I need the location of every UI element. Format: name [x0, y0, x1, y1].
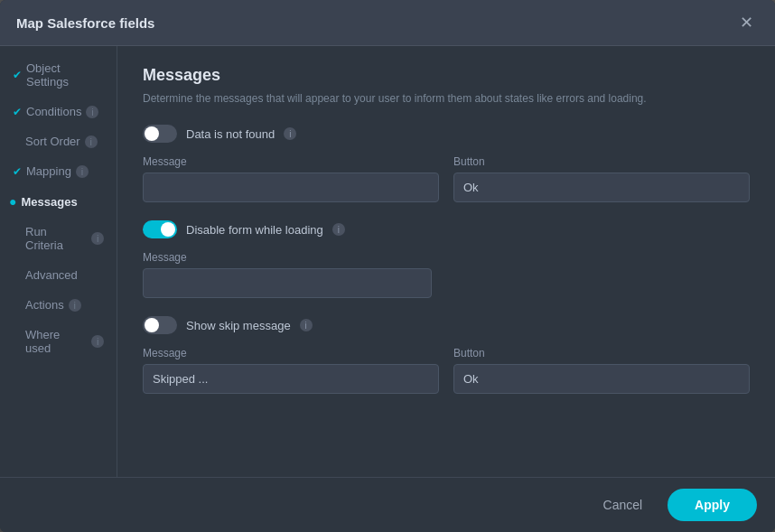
bullet-icon: ● — [9, 194, 16, 209]
sidebar-item-sort-order[interactable]: Sort Order i — [0, 126, 117, 156]
data-not-found-label: Data is not found — [186, 127, 275, 141]
check-icon: ✔ — [13, 69, 22, 81]
data-not-found-fields: Message Button — [143, 155, 750, 202]
sidebar-item-label: Conditions — [26, 105, 81, 118]
info-icon: i — [300, 319, 313, 331]
data-not-found-toggle[interactable] — [143, 125, 177, 143]
sidebar-item-label: Advanced — [25, 268, 78, 282]
info-icon: i — [86, 106, 98, 118]
modal-title: Map Salesforce fields — [16, 15, 154, 31]
info-icon: i — [284, 127, 296, 140]
sidebar-item-label: Mapping — [26, 164, 71, 178]
show-skip-message-group: Message — [143, 347, 439, 394]
sidebar-item-where-used[interactable]: Where used i — [0, 320, 117, 363]
main-content: Messages Determine the messages that wil… — [117, 46, 775, 477]
message-label: Message — [143, 347, 439, 359]
sidebar-item-messages[interactable]: ● Messages — [0, 186, 117, 217]
section-title: Messages — [143, 66, 750, 85]
data-not-found-message-group: Message — [143, 155, 439, 202]
modal-footer: Cancel Apply — [0, 477, 775, 532]
sidebar-item-advanced[interactable]: Advanced — [0, 260, 117, 290]
sidebar-item-actions[interactable]: Actions i — [0, 290, 117, 320]
sidebar-item-run-criteria[interactable]: Run Criteria i — [0, 217, 117, 260]
show-skip-label: Show skip message — [186, 319, 291, 332]
info-icon: i — [69, 299, 81, 312]
sidebar-item-label: Messages — [21, 195, 77, 209]
show-skip-toggle-row: Show skip message i — [143, 316, 750, 334]
modal-body: ✔ Object Settings ✔ Conditions i Sort Or… — [0, 46, 775, 477]
disable-form-toggle[interactable] — [143, 220, 177, 238]
data-not-found-button-group: Button — [453, 155, 750, 202]
disable-form-label: Disable form while loading — [186, 223, 323, 237]
sidebar-item-mapping[interactable]: ✔ Mapping i — [0, 156, 117, 186]
info-icon: i — [91, 232, 104, 245]
sidebar-item-label: Run Criteria — [25, 225, 87, 252]
message-label: Message — [143, 155, 439, 168]
info-icon: i — [91, 335, 104, 348]
disable-form-message-input[interactable] — [143, 268, 432, 298]
message-label: Message — [143, 251, 432, 264]
sidebar-item-conditions[interactable]: ✔ Conditions i — [0, 97, 117, 126]
close-button[interactable]: ✕ — [734, 13, 759, 33]
disable-form-toggle-row: Disable form while loading i — [143, 220, 750, 238]
sidebar-item-object-settings[interactable]: ✔ Object Settings — [0, 53, 117, 97]
button-label: Button — [453, 347, 750, 359]
data-not-found-toggle-row: Data is not found i — [143, 125, 750, 143]
modal: Map Salesforce fields ✕ ✔ Object Setting… — [0, 0, 775, 532]
cancel-button[interactable]: Cancel — [589, 490, 658, 519]
sidebar-item-label: Object Settings — [26, 61, 104, 89]
check-icon: ✔ — [13, 165, 22, 178]
info-icon: i — [76, 165, 89, 178]
sidebar-item-label: Where used — [25, 328, 87, 355]
button-label: Button — [453, 155, 750, 168]
sidebar-item-label: Sort Order — [25, 135, 80, 148]
disable-form-fields: Message — [143, 251, 750, 298]
show-skip-button-group: Button — [453, 347, 750, 394]
show-skip-toggle[interactable] — [143, 316, 177, 334]
sidebar: ✔ Object Settings ✔ Conditions i Sort Or… — [0, 46, 117, 477]
show-skip-button-input[interactable] — [453, 364, 750, 394]
data-not-found-message-input[interactable] — [143, 173, 439, 202]
show-skip-fields: Message Button — [143, 347, 750, 394]
section-desc: Determine the messages that will appear … — [143, 90, 750, 107]
apply-button[interactable]: Apply — [668, 489, 757, 521]
check-icon: ✔ — [13, 106, 22, 118]
sidebar-item-label: Actions — [25, 298, 64, 312]
disable-form-message-group: Message — [143, 251, 432, 298]
modal-header: Map Salesforce fields ✕ — [0, 0, 775, 46]
info-icon: i — [332, 223, 345, 236]
data-not-found-button-input[interactable] — [453, 173, 750, 202]
info-icon: i — [85, 135, 98, 148]
show-skip-message-input[interactable] — [143, 364, 439, 394]
